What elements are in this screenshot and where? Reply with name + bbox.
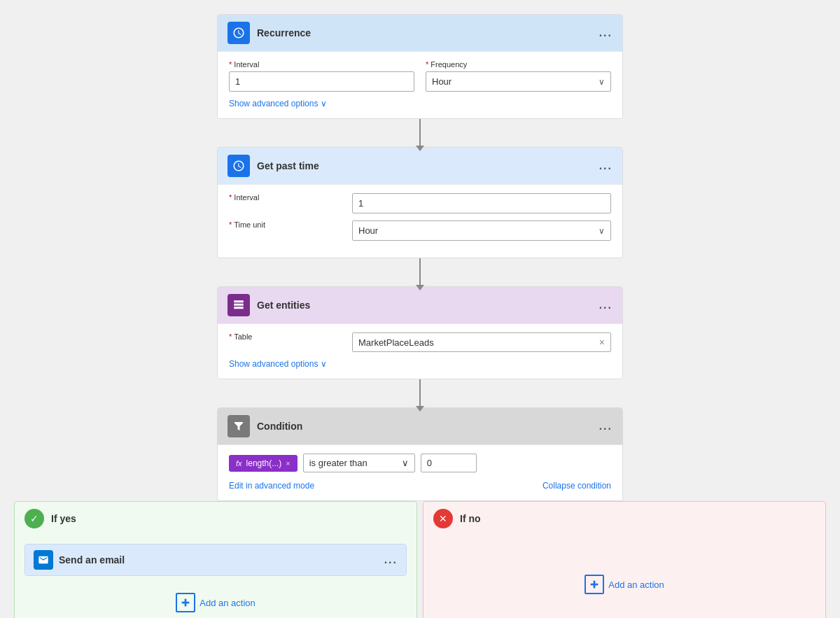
send-email-title: Send an email xyxy=(59,554,125,566)
cross-icon: ✕ xyxy=(439,513,447,524)
arrow-1 xyxy=(419,119,421,147)
if-no-add-action[interactable]: Add an action xyxy=(433,565,816,604)
condition-menu[interactable]: ... xyxy=(599,420,612,433)
get-entities-icon xyxy=(227,294,250,316)
interval-input[interactable] xyxy=(229,71,414,92)
send-email-menu[interactable]: ... xyxy=(384,554,398,566)
get-past-body: * Interval * Time unit Hour ∨ xyxy=(218,184,622,258)
entities-advanced-chevron: ∨ xyxy=(321,359,327,369)
get-entities-header-left: Get entities xyxy=(227,294,310,316)
gpt-interval-label: * Interval xyxy=(229,193,341,202)
if-no-body: Add an action xyxy=(424,535,825,618)
if-yes-add-action[interactable]: Add an action xyxy=(24,583,407,618)
table-input-group: MarketPlaceLeads × xyxy=(352,332,611,352)
edit-advanced-link[interactable]: Edit in advanced mode xyxy=(229,481,314,491)
condition-header: Condition ... xyxy=(218,408,622,444)
frequency-group: * Frequency Hour ∨ xyxy=(426,60,611,92)
gpt-time-unit-label-group: * Time unit xyxy=(229,220,341,241)
fx-icon: fx xyxy=(236,459,242,468)
frequency-label: * Frequency xyxy=(426,60,611,69)
recurrence-header-left: Recurrence xyxy=(227,22,311,44)
send-email-card: Send an email ... xyxy=(24,544,407,576)
gpt-interval-label-group: * Interval xyxy=(229,193,341,213)
if-yes-icon: ✓ xyxy=(24,509,44,528)
condition-pill[interactable]: fx length(...) × xyxy=(229,455,298,472)
interval-group: * Interval xyxy=(229,60,414,92)
recurrence-form-row: * Interval * Frequency Hour ∨ xyxy=(229,60,611,92)
gpt-interval-input[interactable] xyxy=(352,193,611,213)
table-value: MarketPlaceLeads xyxy=(358,337,595,348)
get-entities-menu[interactable]: ... xyxy=(599,299,612,311)
condition-row: fx length(...) × is greater than ∨ xyxy=(229,454,611,472)
get-past-time-card: Get past time ... * Interval * Time unit xyxy=(217,147,623,258)
gpt-time-unit-select-group: Hour ∨ xyxy=(352,220,611,241)
condition-title: Condition xyxy=(257,421,302,432)
recurrence-menu[interactable]: ... xyxy=(599,27,612,39)
recurrence-header: Recurrence ... xyxy=(218,15,622,51)
entities-show-advanced[interactable]: Show advanced options ∨ xyxy=(229,359,611,369)
if-yes-header: ✓ If yes xyxy=(15,502,416,535)
if-no-add-icon xyxy=(584,575,604,594)
get-past-header: Get past time ... xyxy=(218,148,622,184)
send-email-icon xyxy=(34,550,53,570)
table-label-group: * Table xyxy=(229,332,341,352)
get-past-header-left: Get past time xyxy=(227,155,319,177)
recurrence-card: Recurrence ... * Interval * Frequency Ho… xyxy=(217,14,623,119)
condition-footer: Edit in advanced mode Collapse condition xyxy=(229,481,611,491)
condition-icon xyxy=(227,415,250,437)
condition-body: fx length(...) × is greater than ∨ Edit … xyxy=(218,444,622,500)
table-label: * Table xyxy=(229,332,341,341)
get-past-form-row-2: * Time unit Hour ∨ xyxy=(229,220,611,241)
branches-container: ✓ If yes Send an email xyxy=(14,501,826,618)
svg-rect-1 xyxy=(182,602,190,604)
interval-label: * Interval xyxy=(229,60,414,69)
advanced-chevron: ∨ xyxy=(321,99,327,108)
if-yes-body: Send an email ... Add an action xyxy=(15,535,416,618)
recurrence-show-advanced[interactable]: Show advanced options ∨ xyxy=(229,99,611,108)
condition-operator-select[interactable]: is greater than ∨ xyxy=(303,454,415,472)
condition-value-input[interactable] xyxy=(421,454,477,472)
arrow-2 xyxy=(419,258,421,286)
gpt-interval-input-group xyxy=(352,193,611,213)
operator-chevron: ∨ xyxy=(402,458,409,468)
table-input-wrapper: MarketPlaceLeads × xyxy=(352,332,611,352)
arrow-3 xyxy=(419,379,421,407)
entities-form-row: * Table MarketPlaceLeads × xyxy=(229,332,611,352)
collapse-condition-link[interactable]: Collapse condition xyxy=(542,481,611,491)
time-unit-chevron: ∨ xyxy=(598,226,605,236)
condition-header-left: Condition xyxy=(227,415,302,437)
gpt-time-unit-select[interactable]: Hour ∨ xyxy=(352,220,611,241)
gpt-time-unit-label: * Time unit xyxy=(229,220,341,229)
frequency-select[interactable]: Hour ∨ xyxy=(426,71,611,92)
get-past-form-row-1: * Interval xyxy=(229,193,611,213)
if-no-branch: ✕ If no Add an action xyxy=(423,501,826,618)
get-entities-title: Get entities xyxy=(257,300,310,311)
pill-remove-button[interactable]: × xyxy=(286,459,290,468)
get-entities-body: * Table MarketPlaceLeads × Show advanced… xyxy=(218,323,622,379)
if-yes-branch: ✓ If yes Send an email xyxy=(14,501,417,618)
frequency-chevron: ∨ xyxy=(598,77,605,87)
get-past-menu[interactable]: ... xyxy=(599,160,612,172)
svg-rect-3 xyxy=(591,584,598,586)
get-past-title: Get past time xyxy=(257,160,319,171)
if-no-header: ✕ If no xyxy=(424,502,825,535)
recurrence-body: * Interval * Frequency Hour ∨ Show advan… xyxy=(218,51,622,118)
table-clear-button[interactable]: × xyxy=(599,337,605,348)
get-entities-header: Get entities ... xyxy=(218,287,622,323)
recurrence-icon xyxy=(227,22,250,44)
get-entities-card: Get entities ... * Table MarketPlaceLead… xyxy=(217,286,623,379)
condition-card: Condition ... fx length(...) × is greate… xyxy=(217,407,623,501)
recurrence-title: Recurrence xyxy=(257,27,311,38)
if-no-title: If no xyxy=(460,513,481,524)
get-past-icon xyxy=(227,155,250,177)
check-icon: ✓ xyxy=(30,513,38,524)
send-email-header: Send an email ... xyxy=(25,545,406,575)
if-yes-add-icon xyxy=(176,593,195,612)
if-yes-title: If yes xyxy=(51,513,76,524)
flow-canvas: Recurrence ... * Interval * Frequency Ho… xyxy=(14,14,826,618)
if-no-icon: ✕ xyxy=(433,509,453,528)
